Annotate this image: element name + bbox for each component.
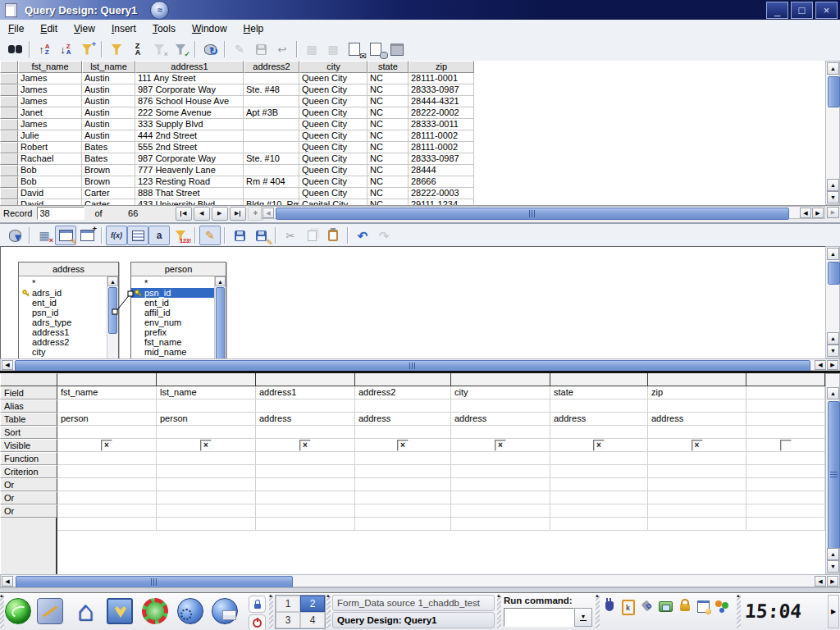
query-cell[interactable] bbox=[256, 452, 355, 465]
scroll-down-button[interactable]: ▼ bbox=[827, 560, 839, 573]
cell-lst_name[interactable]: Carter bbox=[82, 199, 135, 205]
column-header-state[interactable]: state bbox=[368, 61, 409, 73]
join-connector[interactable] bbox=[111, 286, 135, 319]
query-grid-vscrollbar[interactable]: ▲ ▲ ▼ bbox=[825, 373, 840, 574]
query-cell[interactable] bbox=[355, 504, 451, 518]
functions-button[interactable]: f(x) bbox=[106, 226, 127, 245]
query-cell[interactable] bbox=[355, 452, 451, 465]
query-cell[interactable] bbox=[157, 399, 256, 413]
scroll-left-button[interactable]: ◀ bbox=[815, 360, 826, 370]
query-cell[interactable] bbox=[550, 491, 648, 504]
scroll-thumb[interactable] bbox=[828, 401, 840, 549]
cell-address1[interactable]: 444 2nd Street bbox=[135, 130, 244, 142]
query-cell[interactable] bbox=[746, 413, 825, 426]
query-cell[interactable] bbox=[355, 465, 451, 478]
query-cell[interactable] bbox=[746, 426, 825, 439]
query-cell[interactable] bbox=[256, 518, 355, 531]
column-header-lst_name[interactable]: lst_name bbox=[82, 61, 135, 73]
scroll-up-button[interactable]: ▲ bbox=[827, 179, 839, 191]
cell-lst_name[interactable]: Austin bbox=[82, 119, 135, 130]
query-cell[interactable]: person bbox=[157, 413, 256, 426]
cell-lst_name[interactable]: Bates bbox=[82, 153, 135, 165]
visible-checkbox[interactable]: × bbox=[495, 440, 506, 451]
data-to-fields-button[interactable] bbox=[365, 39, 386, 59]
cell-zip[interactable]: 28222-0003 bbox=[409, 188, 474, 199]
column-header-fst_name[interactable]: fst_name bbox=[18, 61, 82, 73]
field-psn_id[interactable]: psn_id bbox=[131, 288, 215, 298]
help-center-launcher[interactable] bbox=[142, 598, 168, 624]
scroll-thumb[interactable] bbox=[828, 76, 840, 107]
query-cell[interactable] bbox=[256, 491, 355, 504]
query-cell[interactable] bbox=[57, 478, 157, 491]
scroll-thumb[interactable] bbox=[15, 360, 810, 372]
cell-fst_name[interactable]: James bbox=[18, 73, 82, 84]
query-cell[interactable] bbox=[57, 452, 157, 465]
cell-state[interactable]: NC bbox=[368, 84, 409, 96]
applet-handle[interactable] bbox=[0, 595, 4, 628]
query-cell[interactable]: person bbox=[57, 413, 157, 426]
cell-city[interactable]: Queen City bbox=[299, 84, 368, 96]
row-selector[interactable] bbox=[0, 130, 18, 142]
query-cell[interactable]: address bbox=[550, 413, 648, 426]
query-cell[interactable] bbox=[451, 504, 550, 518]
query-grid-corner[interactable] bbox=[0, 373, 57, 386]
cell-zip[interactable]: 28666 bbox=[409, 176, 474, 188]
row-selector[interactable] bbox=[0, 176, 18, 188]
run-query-button[interactable]: ▼ bbox=[4, 226, 25, 245]
cell-city[interactable]: Queen City bbox=[299, 119, 368, 130]
title-bar[interactable]: Query Design: Query1 ≈ _ □ × bbox=[0, 0, 840, 20]
row-selector[interactable] bbox=[0, 188, 18, 199]
table-window-person[interactable]: person *psn_ident_idaffil_idenv_numprefi… bbox=[130, 262, 226, 358]
scroll-thumb[interactable] bbox=[216, 287, 225, 358]
query-grid-hscrollbar[interactable]: ◀ ◀ ▶ bbox=[0, 574, 840, 587]
query-cell[interactable]: city bbox=[451, 386, 550, 399]
cell-zip[interactable]: 28333-0987 bbox=[409, 84, 474, 96]
visible-checkbox[interactable]: × bbox=[593, 440, 605, 451]
menu-help[interactable]: Help bbox=[235, 21, 272, 37]
cell-zip[interactable]: 28111-0001 bbox=[409, 73, 474, 84]
column-header-address1[interactable]: address1 bbox=[135, 61, 244, 73]
klipper-tray-icon[interactable]: k bbox=[621, 600, 635, 614]
query-cell[interactable]: address bbox=[355, 413, 451, 426]
cell-fst_name[interactable]: David bbox=[18, 188, 82, 199]
cell-city[interactable]: Queen City bbox=[299, 165, 368, 176]
table-title[interactable]: address bbox=[19, 262, 118, 276]
query-cell[interactable]: × bbox=[157, 439, 256, 452]
query-cell[interactable]: zip bbox=[648, 386, 746, 399]
column-header-zip[interactable]: zip bbox=[409, 61, 474, 73]
menu-edit[interactable]: Edit bbox=[32, 21, 66, 37]
row-selector[interactable] bbox=[0, 73, 18, 84]
visible-checkbox[interactable]: × bbox=[692, 440, 703, 451]
query-cell[interactable]: × bbox=[355, 439, 451, 452]
query-cell[interactable]: × bbox=[550, 439, 648, 452]
query-cell[interactable] bbox=[57, 491, 157, 504]
query-cell[interactable] bbox=[157, 465, 256, 478]
cell-city[interactable]: Capital City bbox=[299, 199, 368, 205]
scroll-up-button[interactable]: ▲ bbox=[827, 248, 839, 260]
last-record-button[interactable]: ▶ bbox=[230, 207, 246, 221]
query-cell[interactable] bbox=[648, 478, 746, 491]
cell-state[interactable]: NC bbox=[368, 96, 409, 107]
query-cell[interactable] bbox=[550, 504, 648, 518]
field-psn_id[interactable]: psn_id bbox=[19, 308, 107, 317]
query-column-header[interactable] bbox=[648, 373, 746, 386]
scroll-right-button[interactable]: ▶ bbox=[827, 576, 838, 587]
data-grid-hscrollbar[interactable]: ◀ ◀ ▶ bbox=[261, 206, 825, 219]
task-button-query-design[interactable]: Query Design: Query1 bbox=[332, 612, 495, 628]
menu-insert[interactable]: Insert bbox=[103, 21, 144, 37]
query-cell[interactable] bbox=[157, 426, 256, 439]
wallet-tray-icon[interactable] bbox=[678, 600, 692, 614]
cell-address1[interactable]: 123 Resting Road bbox=[135, 176, 244, 188]
query-cell[interactable] bbox=[451, 452, 550, 465]
scroll-up-button[interactable]: ▲ bbox=[827, 387, 839, 399]
query-cell[interactable] bbox=[256, 426, 355, 439]
query-cell[interactable] bbox=[451, 399, 550, 413]
distinct-values-button[interactable]: 123! bbox=[170, 226, 191, 245]
query-column-header[interactable] bbox=[157, 373, 256, 386]
query-cell[interactable]: × bbox=[57, 439, 157, 452]
scroll-up-button[interactable]: ▲ bbox=[827, 62, 839, 75]
cell-fst_name[interactable]: Bob bbox=[18, 176, 82, 188]
query-cell[interactable] bbox=[746, 439, 825, 452]
run-command-input[interactable] bbox=[504, 608, 574, 627]
query-cell[interactable] bbox=[550, 478, 648, 491]
